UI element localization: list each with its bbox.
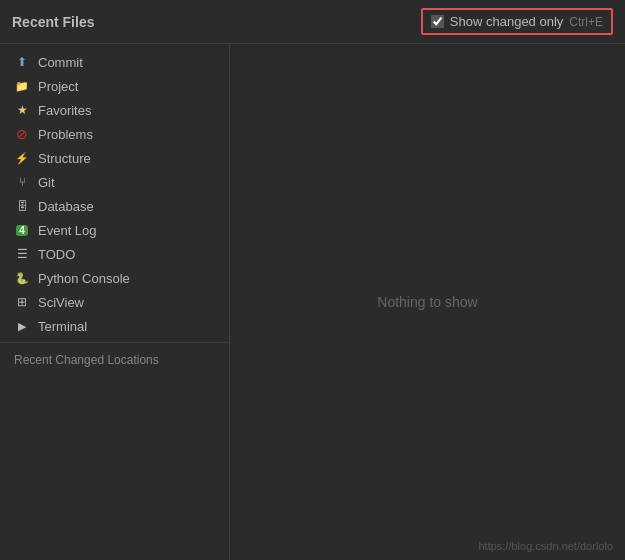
content-area: Nothing to show: [230, 44, 625, 560]
sidebar-label-favorites: Favorites: [38, 103, 91, 118]
structure-icon: [14, 150, 30, 166]
sidebar-item-database[interactable]: Database: [0, 194, 229, 218]
sidebar-item-sciview[interactable]: SciView: [0, 290, 229, 314]
sidebar-label-sciview: SciView: [38, 295, 84, 310]
sidebar-label-python: Python Console: [38, 271, 130, 286]
todo-icon: [14, 246, 30, 262]
page-title: Recent Files: [12, 14, 94, 30]
nothing-to-show-text: Nothing to show: [377, 294, 477, 310]
project-icon: [14, 78, 30, 94]
sidebar-label-terminal: Terminal: [38, 319, 87, 334]
commit-icon: [14, 54, 30, 70]
show-changed-area[interactable]: Show changed only Ctrl+E: [421, 8, 613, 35]
terminal-icon: [14, 318, 30, 334]
sciview-icon: [14, 294, 30, 310]
sidebar-item-python[interactable]: Python Console: [0, 266, 229, 290]
sidebar-item-commit[interactable]: Commit: [0, 50, 229, 74]
sidebar-item-terminal[interactable]: Terminal: [0, 314, 229, 338]
sidebar: Commit Project Favorites Problems Struct…: [0, 44, 230, 560]
show-changed-checkbox[interactable]: [431, 15, 444, 28]
sidebar-item-eventlog[interactable]: Event Log: [0, 218, 229, 242]
sidebar-item-todo[interactable]: TODO: [0, 242, 229, 266]
sidebar-item-project[interactable]: Project: [0, 74, 229, 98]
show-changed-label: Show changed only: [450, 14, 563, 29]
footer-watermark: https://blog.csdn.net/dorlolo: [478, 540, 613, 552]
sidebar-label-database: Database: [38, 199, 94, 214]
recent-changed-label: Recent Changed Locations: [0, 347, 229, 373]
shortcut-key: Ctrl+E: [569, 15, 603, 29]
main-area: Commit Project Favorites Problems Struct…: [0, 44, 625, 560]
main-container: Recent Files Show changed only Ctrl+E Co…: [0, 0, 625, 560]
sidebar-label-commit: Commit: [38, 55, 83, 70]
sidebar-label-todo: TODO: [38, 247, 75, 262]
sidebar-label-problems: Problems: [38, 127, 93, 142]
sidebar-item-git[interactable]: Git: [0, 170, 229, 194]
python-icon: [14, 270, 30, 286]
sidebar-label-structure: Structure: [38, 151, 91, 166]
sidebar-divider: [0, 342, 229, 343]
header: Recent Files Show changed only Ctrl+E: [0, 0, 625, 44]
favorites-icon: [14, 102, 30, 118]
problems-icon: [14, 126, 30, 142]
eventlog-icon: [14, 222, 30, 238]
sidebar-label-project: Project: [38, 79, 78, 94]
database-icon: [14, 198, 30, 214]
sidebar-label-git: Git: [38, 175, 55, 190]
sidebar-item-problems[interactable]: Problems: [0, 122, 229, 146]
sidebar-item-structure[interactable]: Structure: [0, 146, 229, 170]
sidebar-label-eventlog: Event Log: [38, 223, 97, 238]
sidebar-item-favorites[interactable]: Favorites: [0, 98, 229, 122]
git-icon: [14, 174, 30, 190]
